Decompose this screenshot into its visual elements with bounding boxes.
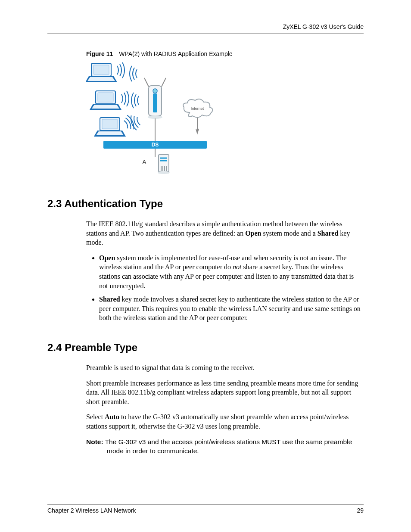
auth-bullet-list: Open system mode is implemented for ease… [86, 253, 364, 323]
shared-bold: Shared [99, 296, 120, 303]
text: system mode and a [262, 230, 318, 237]
note-text: The G-302 v3 and the access point/wirele… [103, 438, 352, 455]
preamble-p2: Short preamble increases performance as … [86, 379, 364, 407]
preamble-p1: Preamble is used to signal that data is … [86, 363, 364, 373]
svg-point-7 [148, 115, 162, 119]
figure-diagram: Internet DS A [86, 61, 364, 179]
heading-2-4: 2.4 Preamble Type [47, 342, 364, 354]
figure-caption: Figure 11 WPA(2) with RADIUS Application… [86, 50, 364, 57]
not-italic: not [233, 263, 241, 271]
svg-point-22 [158, 171, 170, 174]
text: key mode involves a shared secret key to… [99, 296, 361, 321]
svg-text:A: A [142, 159, 146, 165]
auto-bold: Auto [105, 413, 119, 420]
open-bold: Open [245, 230, 261, 237]
section-2-3-body: The IEEE 802.11b/g standard describes a … [86, 219, 364, 323]
svg-line-3 [162, 78, 166, 87]
svg-rect-15 [159, 155, 169, 172]
svg-line-2 [144, 78, 149, 87]
heading-2-3: 2.3 Authentication Type [47, 198, 364, 210]
figure-title: WPA(2) with RADIUS Application Example [119, 50, 233, 57]
list-item: Shared key mode involves a shared secret… [99, 295, 364, 323]
svg-text:DS: DS [152, 142, 159, 148]
auth-intro-paragraph: The IEEE 802.11b/g standard describes a … [86, 219, 364, 247]
page-footer: Chapter 2 Wireless LAN Network 29 [47, 504, 364, 514]
svg-point-6 [153, 89, 157, 93]
svg-rect-5 [153, 93, 157, 112]
text: to have the G-302 v3 automatically use s… [86, 413, 349, 430]
shared-bold: Shared [318, 230, 339, 237]
note-block: Note: The G-302 v3 and the access point/… [86, 437, 364, 456]
list-item: Open system mode is implemented for ease… [99, 253, 364, 290]
open-bold: Open [99, 254, 115, 261]
svg-text:Internet: Internet [191, 106, 204, 111]
footer-chapter: Chapter 2 Wireless LAN Network [47, 507, 136, 514]
section-2-4-body: Preamble is used to signal that data is … [86, 363, 364, 456]
figure-number: Figure 11 [86, 50, 113, 57]
text: Select [86, 413, 105, 420]
running-head: ZyXEL G-302 v3 User's Guide [47, 23, 364, 34]
document-page: ZyXEL G-302 v3 User's Guide Figure 11 WP… [0, 0, 411, 532]
preamble-p3: Select Auto to have the G-302 v3 automat… [86, 412, 364, 431]
note-label: Note: [86, 438, 103, 445]
footer-page-number: 29 [357, 507, 364, 514]
